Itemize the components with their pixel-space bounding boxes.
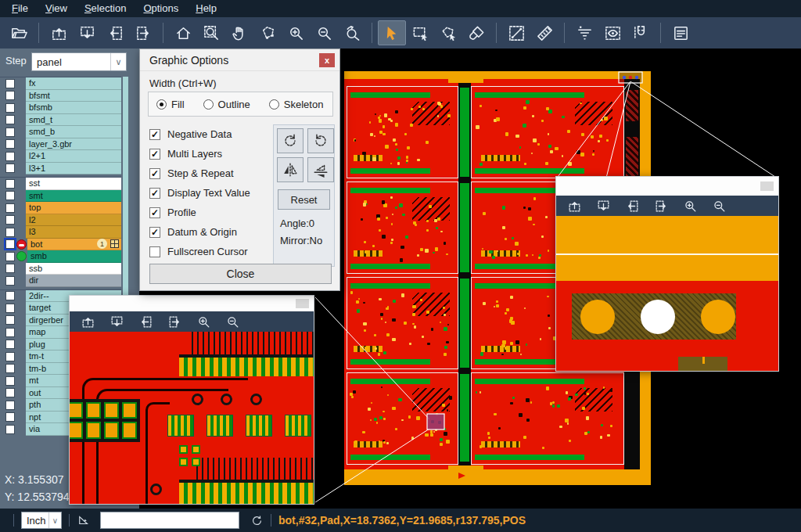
checkbox-multi-layers[interactable]: ✓Multi Layers	[149, 144, 250, 164]
layer-row-bfsmb[interactable]: bfsmb	[0, 102, 121, 114]
clear-brush-icon[interactable]	[462, 20, 490, 45]
select-polygon-icon[interactable]	[434, 20, 462, 45]
move-up-icon[interactable]	[45, 20, 73, 45]
layer-row-smb[interactable]: smb	[0, 250, 121, 263]
layer-checkbox[interactable]	[5, 179, 15, 189]
close-button[interactable]: Close	[149, 264, 332, 284]
layer-row-l3+1[interactable]: l3+1	[0, 163, 121, 175]
refresh-icon[interactable]	[250, 514, 264, 527]
menu-help[interactable]: Help	[187, 0, 225, 17]
layer-row-fx[interactable]: fx	[0, 77, 121, 90]
layer-row-smd_t[interactable]: smd_t	[0, 114, 121, 127]
rotate-ccw-button[interactable]	[307, 128, 334, 153]
zoom-popup-left-canvas[interactable]	[70, 332, 314, 504]
layer-checkbox[interactable]	[5, 91, 15, 100]
layer-row-l2+1[interactable]: l2+1	[0, 150, 121, 163]
layer-checkbox[interactable]	[5, 252, 15, 261]
zoom-popup-right-titlebar[interactable]	[556, 177, 778, 196]
grid-icon[interactable]	[110, 239, 119, 248]
layer-checkbox[interactable]	[5, 152, 15, 161]
radio-fill[interactable]: Fill	[156, 99, 185, 110]
layer-row-smd_b[interactable]: smd_b	[0, 126, 121, 138]
zoom-in-icon[interactable]	[195, 313, 212, 330]
zoom-previous-icon[interactable]	[338, 20, 366, 45]
menu-file[interactable]: File	[3, 0, 37, 17]
move-down-icon[interactable]	[108, 313, 125, 330]
rotate-cw-button[interactable]	[277, 128, 304, 153]
select-rect-icon[interactable]	[406, 20, 434, 45]
angle-measure-icon[interactable]	[77, 513, 91, 527]
layer-checkbox[interactable]	[5, 412, 15, 422]
layer-checkbox[interactable]	[5, 364, 15, 373]
layer-checkbox[interactable]	[5, 276, 15, 286]
pan-hand-icon[interactable]	[225, 20, 253, 45]
move-down-icon[interactable]	[594, 197, 612, 214]
select-cursor-icon[interactable]	[378, 20, 406, 45]
move-up-icon[interactable]	[566, 197, 583, 214]
open-folder-icon[interactable]	[5, 20, 33, 45]
window-button[interactable]	[760, 182, 774, 191]
layer-checkbox[interactable]	[5, 264, 15, 273]
layer-checkbox[interactable]	[5, 215, 15, 225]
command-input[interactable]	[100, 512, 239, 529]
radio-skeleton[interactable]: Skeleton	[269, 99, 324, 110]
zoom-out-icon[interactable]	[710, 197, 727, 214]
zoom-in-icon[interactable]	[681, 197, 699, 214]
move-up-icon[interactable]	[79, 313, 96, 330]
move-right-icon[interactable]	[652, 197, 670, 214]
checkbox-datum-origin[interactable]: ✓Datum & Origin	[149, 222, 250, 242]
home-icon[interactable]	[169, 20, 197, 45]
measure-ruler-icon[interactable]	[530, 20, 559, 45]
close-icon[interactable]: x	[319, 53, 335, 67]
snap-icon[interactable]	[627, 20, 655, 45]
layer-row-sst[interactable]: sst	[0, 178, 121, 190]
layer-checkbox[interactable]	[5, 291, 15, 300]
unit-select[interactable]: Inch ∨	[21, 512, 62, 529]
step-select[interactable]: panel ∨	[31, 52, 127, 71]
layer-checkbox[interactable]	[5, 128, 15, 137]
dialog-titlebar[interactable]: Graphic Options x	[140, 49, 339, 71]
menu-options[interactable]: Options	[135, 0, 187, 17]
radio-outline[interactable]: Outline	[203, 99, 250, 110]
checkbox-display-text-value[interactable]: ✓Display Text Value	[149, 183, 250, 203]
menu-selection[interactable]: Selection	[76, 0, 135, 17]
mirror-h-button[interactable]	[277, 157, 304, 182]
layer-checkbox[interactable]	[5, 340, 15, 349]
layer-row-layer_3.gbr[interactable]: layer_3.gbr	[0, 138, 121, 151]
layer-row-bot[interactable]: bot1	[0, 239, 121, 251]
layer-checkbox[interactable]	[5, 103, 15, 113]
layer-checkbox[interactable]	[5, 239, 15, 249]
move-left-icon[interactable]	[137, 313, 154, 330]
layer-row-top[interactable]: top	[0, 202, 121, 214]
move-left-icon[interactable]	[101, 20, 129, 45]
layer-row-l3[interactable]: l3	[0, 226, 121, 239]
layer-checkbox[interactable]	[5, 425, 15, 434]
zoom-polygon-icon[interactable]	[253, 20, 282, 45]
window-button[interactable]	[296, 299, 309, 308]
layer-checkbox[interactable]	[5, 401, 15, 410]
layer-checkbox[interactable]	[5, 228, 15, 237]
checkbox-negative-data[interactable]: ✓Negative Data	[149, 124, 250, 144]
checkbox-step-repeat[interactable]: ✓Step & Repeat	[149, 164, 250, 183]
view-options-icon[interactable]	[598, 20, 627, 45]
layer-checkbox[interactable]	[5, 315, 15, 325]
filter-icon[interactable]	[570, 20, 598, 45]
layer-checkbox[interactable]	[5, 191, 15, 200]
layer-checkbox[interactable]	[5, 352, 15, 361]
mirror-v-button[interactable]	[307, 157, 334, 182]
move-right-icon[interactable]	[129, 20, 157, 45]
layer-checkbox[interactable]	[5, 304, 15, 313]
zoom-out-icon[interactable]	[310, 20, 338, 45]
layer-panel-icon[interactable]	[666, 20, 695, 45]
zoom-popup-left-titlebar[interactable]	[70, 296, 314, 311]
layer-checkbox[interactable]	[5, 139, 15, 149]
layer-row-l2[interactable]: l2	[0, 214, 121, 227]
zoom-in-icon[interactable]	[282, 20, 310, 45]
measure-distance-icon[interactable]	[502, 20, 530, 45]
move-down-icon[interactable]	[73, 20, 101, 45]
zoom-out-icon[interactable]	[224, 313, 241, 330]
layer-checkbox[interactable]	[5, 164, 15, 173]
menu-view[interactable]: View	[37, 0, 76, 17]
move-left-icon[interactable]	[623, 197, 641, 214]
checkbox-profile[interactable]: ✓Profile	[149, 203, 250, 222]
